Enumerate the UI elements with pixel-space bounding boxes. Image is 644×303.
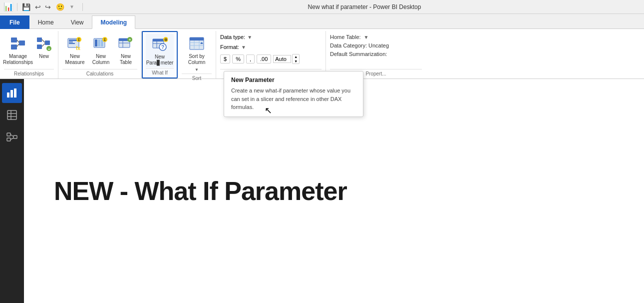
comma-button[interactable]: , [246,54,255,64]
bar-chart-icon [6,88,17,98]
sort-by-column-icon [189,36,205,52]
manage-relationships-label: ManageRelationships [3,54,33,66]
svg-text:+: + [129,38,131,42]
svg-text:?: ? [161,44,164,50]
undo-icon[interactable]: ↩ [33,2,42,12]
ribbon-group-sort: Sort byColumn ▼ Sort [178,31,216,78]
svg-rect-20 [95,40,97,46]
dropdown-arrow-icon[interactable]: ▼ [67,2,76,12]
model-view-icon [6,132,17,142]
tab-view[interactable]: View [62,16,92,29]
tooltip-title: New Parameter [231,76,356,84]
svg-rect-53 [7,133,10,136]
svg-text:Σ: Σ [78,38,80,42]
new-table-button[interactable]: + NewTable [114,33,137,67]
what-if-group-label: What If [146,68,174,78]
svg-rect-40 [190,38,204,40]
new-relationship-button[interactable]: + New [34,33,54,66]
new-parameter-icon: ? ⚙ [152,36,168,52]
svg-text:+: + [48,47,50,52]
svg-rect-5 [37,38,42,42]
svg-rect-1 [11,44,17,50]
redo-icon[interactable]: ↪ [43,2,52,12]
new-measure-label: NewMeasure [65,54,85,66]
new-table-icon: + [118,36,134,52]
ribbon-tabs: File Home View Modeling [0,14,644,29]
svg-rect-48 [14,88,16,98]
svg-rect-55 [13,136,17,138]
svg-rect-0 [11,38,17,42]
default-summarization-label: Default Summarization: [330,51,387,57]
new-measure-button[interactable]: fx Σ NewMeasure [62,33,87,67]
svg-text:Σ: Σ [104,38,106,42]
ribbon-group-relationships: ManageRelationships + New Relationship [0,31,58,78]
manage-relationships-icon [10,36,26,52]
svg-rect-46 [7,92,9,98]
svg-rect-47 [10,90,13,98]
default-summarization-row: Default Summarization: [330,51,422,57]
svg-line-8 [42,40,45,42]
home-table-label: Home Table: [330,34,361,40]
svg-rect-15 [69,43,75,44]
percent-button[interactable]: % [232,54,244,64]
spinner[interactable]: ▲ ▼ [292,54,300,64]
svg-rect-54 [7,138,10,141]
sidebar-bar-chart-button[interactable] [2,83,22,103]
window-title: New what if parameter - Power BI Desktop [89,4,640,10]
ribbon-group-calculations: fx Σ NewMeasure Σ NewColumn [58,31,142,78]
data-type-label: Data type: [220,34,245,40]
number-format-row: $ % , .00 ▲ ▼ [220,53,322,65]
sort-by-column-label: Sort byColumn [188,54,205,66]
sort-dropdown-arrow: ▼ [195,68,199,72]
ribbon-group-what-if: ? ⚙ NewPara▊meter What If [142,31,178,78]
svg-rect-49 [7,110,16,120]
new-relationship-icon: + [36,36,52,52]
calculations-group-label: Calculations [62,69,137,78]
data-type-dropdown[interactable]: ▼ [247,34,252,40]
new-column-icon: Σ [93,36,109,52]
home-table-dropdown[interactable]: ▼ [364,34,369,40]
format-label: Format: [220,44,239,50]
svg-text:⚙: ⚙ [164,38,167,42]
smiley-icon[interactable]: 🙂 [55,2,64,12]
new-column-button[interactable]: Σ NewColumn [89,33,112,67]
svg-line-4 [17,44,19,46]
data-type-row: Data type: ▼ [220,33,322,41]
svg-rect-7 [45,40,50,45]
svg-text:fx: fx [76,46,80,51]
tooltip-popup: New Parameter Create a new what-if param… [224,71,363,117]
svg-line-57 [10,138,13,140]
tooltip-body: Create a new what-if parameter whose val… [231,86,356,112]
new-table-label: NewTable [120,54,132,66]
sidebar [0,79,24,303]
decimal-button[interactable]: .00 [257,54,271,64]
new-measure-icon: fx Σ [67,36,83,52]
relationships-group-label: Relationships [4,69,54,78]
powerbi-logo-icon: 📊 [4,2,13,12]
dollar-button[interactable]: $ [220,54,230,64]
tab-modeling[interactable]: Modeling [92,16,135,29]
data-category-label: Data Category: Uncateg [330,42,389,48]
sort-by-column-button[interactable]: Sort byColumn ▼ [182,33,212,74]
manage-relationships-button[interactable]: ManageRelationships [4,33,32,67]
title-bar: 📊 💾 ↩ ↪ 🙂 ▼ New what if parameter - Powe… [0,0,644,14]
svg-rect-21 [98,40,100,46]
new-parameter-button[interactable]: ? ⚙ NewPara▊meter [146,34,174,67]
new-relationship-label: New [39,54,49,60]
svg-rect-14 [69,42,73,42]
tab-file[interactable]: File [0,16,29,29]
auto-input[interactable] [273,55,291,63]
new-column-label: NewColumn [92,54,109,66]
save-icon[interactable]: 💾 [21,2,30,12]
sidebar-table-view-button[interactable] [2,105,22,125]
sidebar-model-view-button[interactable] [2,127,22,147]
svg-rect-2 [19,40,25,46]
format-dropdown[interactable]: ▼ [241,44,246,50]
tab-home[interactable]: Home [29,16,62,29]
table-view-icon [6,110,17,120]
data-category-row: Data Category: Uncateg [330,42,422,48]
new-parameter-label: NewPara▊meter [146,54,174,66]
svg-rect-32 [153,39,164,42]
home-table-row: Home Table: ▼ [330,34,422,40]
sort-group-label: Sort [182,74,212,83]
